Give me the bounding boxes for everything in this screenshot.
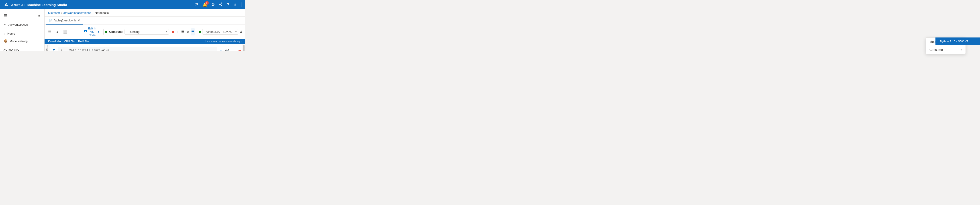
breadcrumb-current: Notebooks: [95, 11, 109, 14]
tab-close-btn[interactable]: ✕: [77, 18, 80, 22]
menu-btn[interactable]: ☰: [46, 29, 53, 35]
cell-code-content: %pip install azure-ai-ml: [69, 49, 111, 51]
home-icon: ⌂: [3, 32, 6, 35]
cell-delete-btn[interactable]: 🗑: [237, 48, 242, 51]
kernel-status-dot: [199, 31, 201, 33]
header-right: ⏱ 🔔 3 ⚙ ? ☺: [194, 2, 242, 7]
move-cell-icon: [181, 30, 185, 34]
model-catalog-icon: 📦: [3, 39, 8, 43]
sidebar-item-home[interactable]: ⌂ Home: [0, 30, 45, 37]
header-left: Azure AI | Machine Learning Studio: [3, 2, 67, 7]
toolbar: ☰ ⏭ ⬜ ⋯ Edit in VS Code ▾ Comp: [45, 25, 245, 39]
sidebar-item-model-catalog[interactable]: 📦 Model catalog: [0, 37, 45, 45]
kernel-select-container: Python 3.10 - SDK v2 ▾: [202, 29, 238, 35]
storage-btn[interactable]: [191, 28, 195, 35]
stop-compute-btn[interactable]: ⏹: [171, 28, 175, 35]
app-title: Azure AI | Machine Learning Studio: [11, 3, 67, 7]
edit-vs-label: Edit in VS Code: [88, 27, 97, 37]
tab-bar: 📄 *adlsg2test.ipynb ✕: [45, 16, 245, 25]
header-divider: [241, 2, 242, 7]
toolbar-divider-1: [79, 29, 79, 35]
tab-label: *adlsg2test.ipynb: [54, 19, 76, 22]
breadcrumb-workspace[interactable]: amlworkspacemidesa: [64, 11, 91, 14]
table-row: ▶ ▾ 1 %pip install azure-ai-ml [1]: [50, 46, 242, 51]
copy-cell-btn[interactable]: ⧉: [186, 28, 190, 35]
compute-select[interactable]: - Running: [124, 29, 169, 35]
kernel-select[interactable]: Python 3.10 - SDK v2: [202, 29, 238, 35]
sidebar-toggle-btn[interactable]: ☰: [2, 12, 9, 19]
authoring-section-label: Authoring: [0, 46, 45, 51]
add-cell-icon: +: [177, 30, 179, 34]
sidebar: ☰ ‹‹ ← All workspaces ⌂ Home 📦 Model cat…: [0, 10, 45, 51]
cpu-status: CPU 0%: [64, 40, 75, 43]
edit-vs-chevron: ▾: [98, 30, 99, 34]
help-icon[interactable]: ?: [227, 2, 229, 7]
stop-icon: ⬜: [63, 30, 67, 34]
kernel-select-section: Python 3.10 - SDK v2 ▾: [199, 29, 238, 35]
svg-rect-0: [181, 30, 184, 31]
kernel-status: Kernel idle: [48, 40, 61, 43]
cell-asterisk-btn[interactable]: ✳: [219, 48, 223, 51]
files-label: Files: [46, 44, 49, 51]
run-cell-btn[interactable]: ▶: [53, 48, 55, 51]
sidebar-expand-btn[interactable]: ‹‹: [35, 12, 43, 19]
tab-notebook[interactable]: 📄 *adlsg2test.ipynb ✕: [46, 16, 83, 24]
move-cell-btn[interactable]: [181, 28, 185, 35]
cell-comment-btn[interactable]: 💬: [224, 48, 230, 51]
azure-logo-icon: [3, 2, 9, 7]
history-icon[interactable]: ⏱: [194, 2, 199, 7]
cell-controls: ▶ ▾: [50, 46, 58, 51]
add-cell-btn[interactable]: +: [176, 28, 180, 35]
vs-code-icon: [83, 30, 87, 34]
more-icon: ⋯: [72, 30, 75, 34]
cell-body: 1 %pip install azure-ai-ml [1] ✓ 3 sec: [58, 46, 217, 51]
breadcrumb-sep-2: ›: [93, 11, 94, 14]
run-all-icon: ⏭: [56, 30, 59, 34]
status-bar: Kernel idle CPU 0% RAM 1% Last saved a f…: [45, 39, 245, 44]
cell-actions: ✳ 💬 ⋯ 🗑: [219, 46, 242, 51]
copy-cell-icon: ⧉: [187, 30, 189, 34]
toolbar-divider-3: [197, 29, 197, 35]
scrollbar[interactable]: [242, 44, 245, 51]
storage-icon: [191, 30, 195, 34]
back-label: All workspaces: [8, 23, 28, 26]
sidebar-item-label-home: Home: [7, 32, 15, 35]
notifications-icon[interactable]: 🔔 3: [202, 2, 207, 7]
breadcrumb: Microsoft › amlworkspacemidesa › Noteboo…: [45, 10, 245, 16]
kernel-refresh-icon: ↺: [240, 30, 243, 34]
save-status: Last saved a few seconds ago: [205, 40, 242, 43]
cell-code[interactable]: 1 %pip install azure-ai-ml: [58, 47, 217, 51]
run-all-btn[interactable]: ⏭: [54, 29, 60, 35]
share-icon[interactable]: [219, 2, 223, 7]
top-header: Azure AI | Machine Learning Studio ⏱ 🔔 3…: [0, 0, 245, 10]
content-area: Microsoft › amlworkspacemidesa › Noteboo…: [45, 10, 245, 51]
compute-section: Compute: - Running ▾: [105, 29, 169, 35]
svg-rect-1: [181, 32, 184, 32]
edit-vs-code-btn[interactable]: Edit in VS Code ▾: [81, 26, 102, 38]
kernel-refresh-btn[interactable]: ↺: [239, 28, 243, 35]
files-panel[interactable]: Files: [45, 44, 50, 51]
notebook-area: Files ▶ ▾ 1 %pip install azure-ai-ml: [45, 44, 245, 51]
main-layout: ☰ ‹‹ ← All workspaces ⌂ Home 📦 Model cat…: [0, 10, 245, 51]
notification-badge: 3: [205, 1, 209, 5]
settings-icon[interactable]: ⚙: [212, 2, 215, 7]
back-arrow-icon: ←: [3, 23, 7, 26]
account-icon[interactable]: ☺: [233, 2, 237, 7]
notebook-cells: ▶ ▾ 1 %pip install azure-ai-ml [1]: [50, 44, 242, 51]
compute-label: Compute:: [109, 30, 123, 34]
more-options-btn[interactable]: ⋯: [70, 29, 77, 35]
status-left: Kernel idle CPU 0% RAM 1%: [48, 40, 89, 43]
cell-more-btn[interactable]: ⋯: [231, 48, 236, 51]
compute-status-dot: [105, 31, 107, 33]
menu-icon: ☰: [48, 30, 51, 34]
stop-compute-icon: ⏹: [171, 30, 175, 34]
sidebar-item-label-model-catalog: Model catalog: [10, 40, 28, 43]
back-to-workspaces-btn[interactable]: ← All workspaces: [0, 21, 45, 28]
breadcrumb-sep-1: ›: [61, 11, 62, 14]
cell-line-number: 1: [61, 49, 67, 51]
stop-btn[interactable]: ⬜: [62, 29, 69, 35]
tab-file-icon: 📄: [49, 19, 52, 22]
ram-status: RAM 1%: [78, 40, 89, 43]
breadcrumb-microsoft[interactable]: Microsoft: [48, 11, 60, 14]
compute-select-wrap: - Running ▾: [124, 29, 169, 35]
